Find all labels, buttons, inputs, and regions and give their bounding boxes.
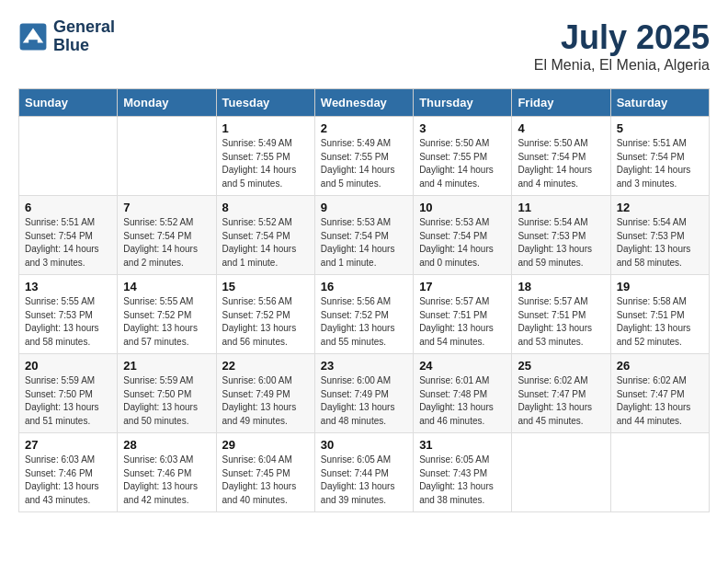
calendar-cell: 18Sunrise: 5:57 AM Sunset: 7:51 PM Dayli…	[512, 275, 610, 354]
day-number: 11	[518, 201, 604, 214]
calendar-cell: 9Sunrise: 5:53 AM Sunset: 7:54 PM Daylig…	[314, 196, 413, 275]
day-number: 15	[222, 280, 309, 293]
day-info: Sunrise: 6:02 AM Sunset: 7:47 PM Dayligh…	[617, 374, 703, 428]
calendar-cell: 14Sunrise: 5:55 AM Sunset: 7:52 PM Dayli…	[118, 275, 216, 354]
day-info: Sunrise: 5:55 AM Sunset: 7:52 PM Dayligh…	[123, 295, 210, 349]
calendar-cell: 29Sunrise: 6:04 AM Sunset: 7:45 PM Dayli…	[216, 433, 314, 512]
day-info: Sunrise: 5:50 AM Sunset: 7:54 PM Dayligh…	[518, 137, 604, 190]
day-info: Sunrise: 5:53 AM Sunset: 7:54 PM Dayligh…	[321, 216, 407, 270]
day-info: Sunrise: 6:01 AM Sunset: 7:48 PM Dayligh…	[419, 374, 506, 428]
calendar-cell: 22Sunrise: 6:00 AM Sunset: 7:49 PM Dayli…	[216, 354, 314, 433]
calendar-header-row: SundayMondayTuesdayWednesdayThursdayFrid…	[19, 89, 710, 117]
day-info: Sunrise: 5:54 AM Sunset: 7:53 PM Dayligh…	[518, 216, 604, 270]
day-info: Sunrise: 5:56 AM Sunset: 7:52 PM Dayligh…	[321, 295, 407, 349]
day-number: 6	[25, 201, 111, 214]
header-saturday: Saturday	[610, 89, 709, 117]
day-info: Sunrise: 6:03 AM Sunset: 7:46 PM Dayligh…	[123, 454, 210, 507]
calendar-cell: 20Sunrise: 5:59 AM Sunset: 7:50 PM Dayli…	[19, 354, 118, 433]
day-number: 14	[123, 280, 210, 293]
day-number: 31	[419, 438, 506, 452]
day-number: 4	[518, 121, 604, 135]
day-info: Sunrise: 6:00 AM Sunset: 7:49 PM Dayligh…	[321, 374, 407, 428]
day-number: 24	[419, 359, 506, 373]
header-wednesday: Wednesday	[314, 89, 413, 117]
day-info: Sunrise: 5:52 AM Sunset: 7:54 PM Dayligh…	[222, 216, 309, 270]
calendar-cell: 17Sunrise: 5:57 AM Sunset: 7:51 PM Dayli…	[414, 275, 512, 354]
header-thursday: Thursday	[414, 89, 512, 117]
week-row-4: 20Sunrise: 5:59 AM Sunset: 7:50 PM Dayli…	[19, 354, 710, 433]
svg-rect-2	[28, 40, 38, 47]
calendar-cell: 7Sunrise: 5:52 AM Sunset: 7:54 PM Daylig…	[118, 196, 216, 275]
day-number: 1	[222, 121, 309, 135]
calendar-cell: 16Sunrise: 5:56 AM Sunset: 7:52 PM Dayli…	[314, 275, 413, 354]
calendar-cell: 30Sunrise: 6:05 AM Sunset: 7:44 PM Dayli…	[314, 433, 413, 512]
day-info: Sunrise: 5:49 AM Sunset: 7:55 PM Dayligh…	[222, 137, 309, 190]
day-info: Sunrise: 5:59 AM Sunset: 7:50 PM Dayligh…	[123, 374, 210, 428]
day-number: 25	[518, 359, 604, 373]
calendar-cell	[610, 433, 709, 512]
day-number: 9	[321, 201, 407, 214]
day-number: 27	[25, 438, 111, 452]
day-number: 29	[222, 438, 309, 452]
day-info: Sunrise: 5:57 AM Sunset: 7:51 PM Dayligh…	[518, 295, 604, 349]
calendar-cell: 2Sunrise: 5:49 AM Sunset: 7:55 PM Daylig…	[314, 117, 413, 196]
week-row-2: 6Sunrise: 5:51 AM Sunset: 7:54 PM Daylig…	[19, 196, 710, 275]
logo-icon	[18, 22, 48, 52]
calendar-cell: 21Sunrise: 5:59 AM Sunset: 7:50 PM Dayli…	[118, 354, 216, 433]
day-number: 8	[222, 201, 309, 214]
day-info: Sunrise: 6:00 AM Sunset: 7:49 PM Dayligh…	[222, 374, 309, 428]
calendar-cell: 26Sunrise: 6:02 AM Sunset: 7:47 PM Dayli…	[610, 354, 709, 433]
calendar-cell: 25Sunrise: 6:02 AM Sunset: 7:47 PM Dayli…	[512, 354, 610, 433]
header-sunday: Sunday	[19, 89, 118, 117]
day-number: 17	[419, 280, 506, 293]
day-number: 28	[123, 438, 210, 452]
calendar-cell	[118, 117, 216, 196]
day-number: 26	[617, 359, 703, 373]
week-row-1: 1Sunrise: 5:49 AM Sunset: 7:55 PM Daylig…	[19, 117, 710, 196]
calendar-cell: 10Sunrise: 5:53 AM Sunset: 7:54 PM Dayli…	[414, 196, 512, 275]
logo-line1: General	[53, 18, 115, 37]
day-info: Sunrise: 5:58 AM Sunset: 7:51 PM Dayligh…	[617, 295, 703, 349]
header-monday: Monday	[118, 89, 216, 117]
calendar-cell	[512, 433, 610, 512]
day-info: Sunrise: 5:51 AM Sunset: 7:54 PM Dayligh…	[25, 216, 111, 270]
header-tuesday: Tuesday	[216, 89, 314, 117]
day-number: 7	[123, 201, 210, 214]
calendar-cell: 12Sunrise: 5:54 AM Sunset: 7:53 PM Dayli…	[610, 196, 709, 275]
calendar-cell: 8Sunrise: 5:52 AM Sunset: 7:54 PM Daylig…	[216, 196, 314, 275]
day-info: Sunrise: 6:04 AM Sunset: 7:45 PM Dayligh…	[222, 454, 309, 507]
day-info: Sunrise: 5:52 AM Sunset: 7:54 PM Dayligh…	[123, 216, 210, 270]
day-number: 3	[419, 121, 506, 135]
calendar-cell: 6Sunrise: 5:51 AM Sunset: 7:54 PM Daylig…	[19, 196, 118, 275]
day-info: Sunrise: 5:56 AM Sunset: 7:52 PM Dayligh…	[222, 295, 309, 349]
day-number: 13	[25, 280, 111, 293]
week-row-3: 13Sunrise: 5:55 AM Sunset: 7:53 PM Dayli…	[19, 275, 710, 354]
day-number: 20	[25, 359, 111, 373]
day-info: Sunrise: 6:03 AM Sunset: 7:46 PM Dayligh…	[25, 454, 111, 507]
calendar-cell: 3Sunrise: 5:50 AM Sunset: 7:55 PM Daylig…	[414, 117, 512, 196]
day-number: 10	[419, 201, 506, 214]
day-info: Sunrise: 6:05 AM Sunset: 7:44 PM Dayligh…	[321, 454, 407, 507]
calendar-cell: 19Sunrise: 5:58 AM Sunset: 7:51 PM Dayli…	[610, 275, 709, 354]
logo: General Blue	[18, 18, 115, 55]
calendar-cell: 31Sunrise: 6:05 AM Sunset: 7:43 PM Dayli…	[414, 433, 512, 512]
logo-line2: Blue	[53, 37, 115, 55]
calendar-cell: 4Sunrise: 5:50 AM Sunset: 7:54 PM Daylig…	[512, 117, 610, 196]
day-number: 30	[321, 438, 407, 452]
day-info: Sunrise: 5:50 AM Sunset: 7:55 PM Dayligh…	[419, 137, 506, 190]
day-info: Sunrise: 5:49 AM Sunset: 7:55 PM Dayligh…	[321, 137, 407, 190]
calendar-subtitle: El Menia, El Menia, Algeria	[534, 57, 710, 74]
calendar-table: SundayMondayTuesdayWednesdayThursdayFrid…	[18, 88, 710, 512]
day-number: 5	[617, 121, 703, 135]
calendar-cell: 27Sunrise: 6:03 AM Sunset: 7:46 PM Dayli…	[19, 433, 118, 512]
day-info: Sunrise: 5:55 AM Sunset: 7:53 PM Dayligh…	[25, 295, 111, 349]
title-block: July 2025 El Menia, El Menia, Algeria	[534, 18, 710, 74]
day-number: 2	[321, 121, 407, 135]
day-info: Sunrise: 5:59 AM Sunset: 7:50 PM Dayligh…	[25, 374, 111, 428]
day-number: 22	[222, 359, 309, 373]
day-info: Sunrise: 6:05 AM Sunset: 7:43 PM Dayligh…	[419, 454, 506, 507]
day-number: 21	[123, 359, 210, 373]
calendar-cell: 1Sunrise: 5:49 AM Sunset: 7:55 PM Daylig…	[216, 117, 314, 196]
calendar-cell: 28Sunrise: 6:03 AM Sunset: 7:46 PM Dayli…	[118, 433, 216, 512]
day-info: Sunrise: 5:57 AM Sunset: 7:51 PM Dayligh…	[419, 295, 506, 349]
